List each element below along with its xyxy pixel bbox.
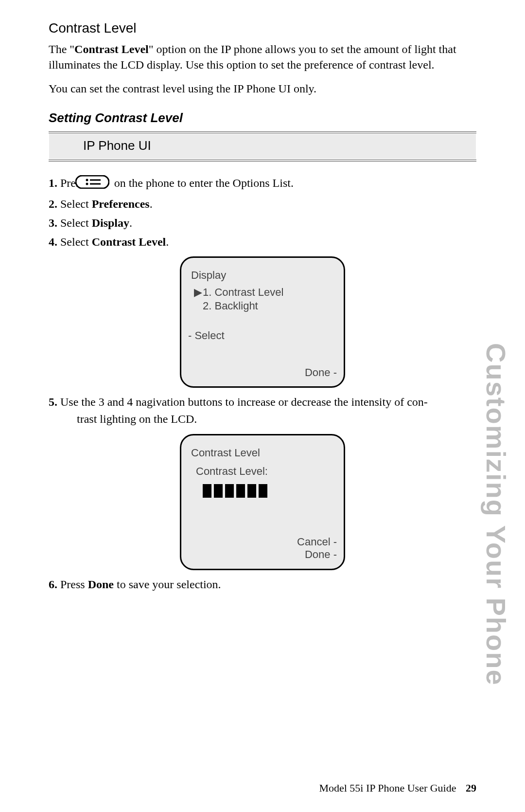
menu-item-label: 2. Backlight: [203, 300, 258, 312]
step-text: Press: [60, 578, 85, 591]
step-number: 1.: [49, 176, 57, 189]
page-footer: Model 55i IP Phone User Guide 29: [319, 781, 476, 795]
step-text: Use the: [60, 396, 99, 408]
section-heading: Contrast Level: [49, 19, 476, 37]
svg-point-4: [86, 182, 88, 185]
intro-paragraph-2: You can set the contrast level using the…: [49, 81, 476, 96]
selection-arrow-icon: ▶: [194, 286, 203, 300]
step-number: 4.: [49, 235, 57, 248]
step-bold: Contrast Level: [92, 235, 166, 248]
step-after: .: [129, 217, 132, 229]
menu-item-label: 1. Contrast Level: [203, 286, 283, 298]
step-text: nagivation buttons to increase or decrea…: [133, 396, 427, 408]
step-text: and: [105, 396, 127, 408]
menu-item-backlight: 2. Backlight: [194, 299, 336, 313]
step-after: .: [150, 198, 153, 210]
step-1: 1. Press on the phone to enter the Optio…: [49, 175, 476, 193]
step-2: 2. Select Preferences.: [49, 197, 476, 212]
softkey-done: Done -: [305, 366, 337, 380]
ui-bar-container: IP Phone UI: [49, 131, 476, 162]
step-5: 5. Use the 3 and 4 nagivation buttons to…: [49, 395, 476, 410]
softkey-select: - Select: [188, 329, 225, 343]
side-tab: Customizing Your Phone: [478, 343, 513, 686]
page-number: 29: [466, 782, 476, 794]
softkey-cancel: Cancel -: [297, 535, 337, 549]
bold-term: Contrast Level: [74, 43, 149, 55]
step-5-cont: trast lighting on the LCD.: [49, 412, 476, 427]
step-bold: Display: [92, 217, 129, 229]
step-text: Select: [60, 235, 89, 248]
footer-title: Model 55i IP Phone User Guide: [319, 782, 456, 794]
step-after: .: [166, 235, 169, 248]
softkey-done: Done -: [305, 548, 337, 562]
svg-point-3: [86, 179, 88, 181]
step-text: Select: [60, 217, 89, 229]
screen-title: Contrast Level: [191, 446, 336, 460]
options-key-icon: [90, 175, 109, 193]
step-number: 6.: [49, 578, 57, 591]
step-number: 2.: [49, 198, 57, 210]
step-bold: Preferences: [92, 198, 150, 210]
step-number: 5.: [49, 396, 57, 408]
step-4: 4. Select Contrast Level.: [49, 235, 476, 250]
intro-paragraph-1: The "Contrast Level" option on the IP ph…: [49, 42, 476, 72]
nav-key-left: 3: [99, 396, 105, 408]
contrast-label: Contrast Level:: [196, 465, 336, 479]
nav-key-right: 4: [127, 396, 133, 408]
menu-item-contrast: ▶1. Contrast Level: [194, 286, 336, 300]
step-number: 3.: [49, 217, 57, 229]
step-after: to save your selection.: [114, 578, 221, 591]
contrast-level-bars: [203, 484, 336, 498]
step-text: on the phone to enter the Options List.: [114, 176, 294, 189]
phone-screen-contrast: Contrast Level Contrast Level: Cancel - …: [180, 434, 345, 570]
ui-bar-label: IP Phone UI: [49, 133, 476, 160]
selection-arrow-blank: [194, 299, 203, 313]
step-text: Select: [60, 198, 89, 210]
phone-screen-display-menu: Display ▶1. Contrast Level 2. Backlight …: [180, 256, 345, 388]
screen-title: Display: [191, 269, 336, 283]
step-3: 3. Select Display.: [49, 216, 476, 231]
svg-rect-0: [76, 176, 109, 188]
sub-heading: Setting Contrast Level: [49, 110, 476, 126]
step-6: 6. Press Done to save your selection.: [49, 577, 476, 592]
step-bold: Done: [88, 578, 114, 591]
